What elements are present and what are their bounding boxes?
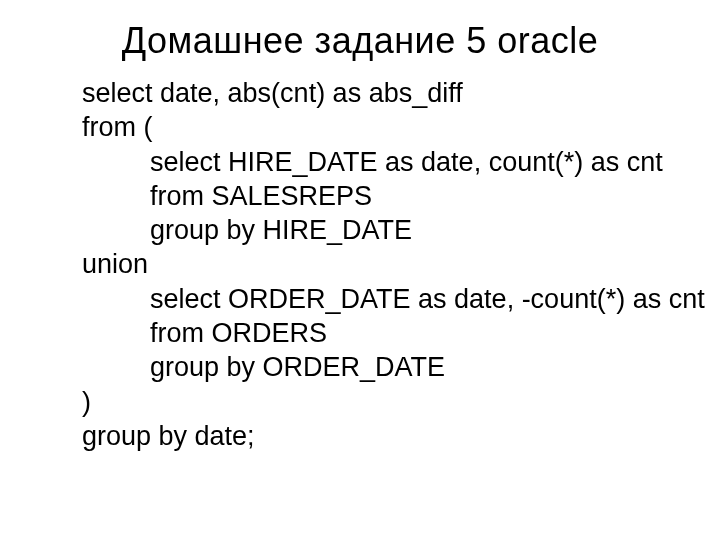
code-line: ): [82, 385, 690, 419]
slide-title: Домашнее задание 5 oracle: [0, 20, 720, 62]
code-line: group by date;: [82, 419, 690, 453]
code-line: group by HIRE_DATE: [82, 213, 690, 247]
code-line: union: [82, 247, 690, 281]
code-line: select date, abs(cnt) as abs_diff: [82, 76, 690, 110]
code-line: select HIRE_DATE as date, count(*) as cn…: [82, 145, 690, 179]
sql-code-block: select date, abs(cnt) as abs_diff from (…: [0, 76, 720, 453]
code-line: from ORDERS: [82, 316, 690, 350]
code-line: from (: [82, 110, 690, 144]
code-line: from SALESREPS: [82, 179, 690, 213]
code-line: group by ORDER_DATE: [82, 350, 690, 384]
code-line: select ORDER_DATE as date, -count(*) as …: [82, 282, 690, 316]
